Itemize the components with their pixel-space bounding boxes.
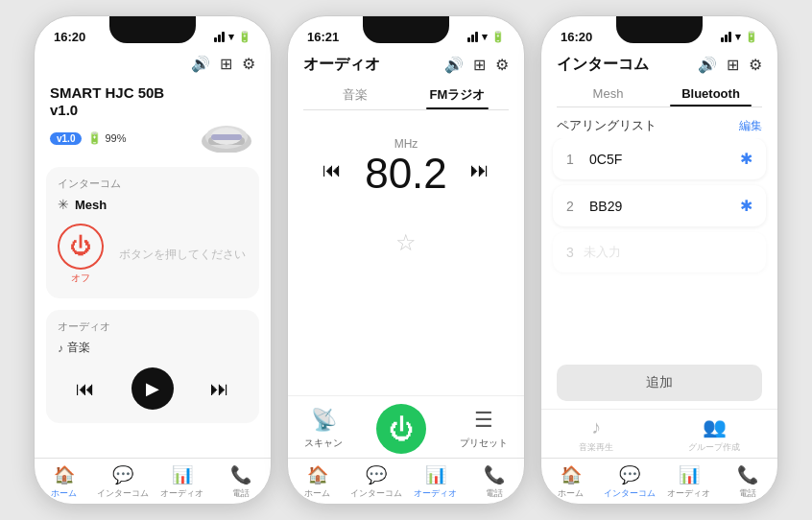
phone-icon-2: 📞 — [484, 464, 505, 485]
power-button[interactable]: ⏻ — [58, 224, 104, 270]
pairing-title: ペアリングリスト — [557, 117, 657, 134]
notch-2 — [363, 16, 449, 43]
volume-icon-3[interactable]: 🔊 — [698, 56, 717, 74]
nav-phone-3[interactable]: 📞 電話 — [719, 464, 778, 500]
preset-icon: ☰ — [474, 408, 493, 433]
tab-music-2[interactable]: 音楽 — [303, 79, 406, 109]
bottom-nav-2: 🏠 ホーム 💬 インターコム 📊 オーディオ 📞 電話 — [288, 458, 524, 504]
pairing-num-1: 1 — [566, 152, 584, 167]
nav-phone-1[interactable]: 📞 電話 — [212, 464, 272, 500]
next-button[interactable]: ⏭ — [210, 378, 229, 400]
settings-icon-1[interactable]: ⚙ — [242, 55, 255, 73]
fm-power-button[interactable]: ⏻ — [376, 404, 426, 454]
helmet-svg — [199, 124, 254, 153]
mesh-row: ✳ Mesh — [58, 197, 248, 212]
nav-intercom-1[interactable]: 💬 インターコム — [94, 464, 154, 500]
fm-next-button[interactable]: ⏭ — [470, 159, 490, 181]
fm-controls: ⏮ MHz 80.2 ⏭ — [322, 137, 490, 202]
p3-tabs: Mesh Bluetooth — [557, 79, 762, 107]
nav-home-label-3: ホーム — [558, 487, 584, 500]
group-create-action[interactable]: 👥 グループ作成 — [688, 415, 740, 454]
volume-icon-2[interactable]: 🔊 — [444, 56, 464, 74]
music-play-icon: ♪ — [591, 416, 601, 438]
battery-icon-2: 🔋 — [491, 31, 505, 43]
volume-icon-1[interactable]: 🔊 — [191, 55, 210, 73]
scan-icon: 📡 — [311, 408, 337, 433]
nav-intercom-2[interactable]: 💬 インターコム — [347, 464, 407, 500]
intercom-section: インターコム ✳ Mesh ⏻ オフ ボタンを押してください — [46, 167, 259, 298]
audio-icon-3: 📊 — [679, 464, 700, 485]
expand-icon-3[interactable]: ⊞ — [727, 56, 739, 74]
status-icons-3: ▾ 🔋 — [721, 31, 758, 43]
battery-icon-1: 🔋 — [238, 31, 251, 43]
bluetooth-icon-2: ✱ — [740, 197, 752, 215]
notch-3 — [616, 16, 703, 43]
battery-badge: 🔋 99% — [87, 131, 126, 145]
phone-icon-1: 📞 — [230, 464, 251, 485]
home-icon-2: 🏠 — [307, 464, 328, 485]
fm-favorite-button[interactable]: ☆ — [395, 229, 417, 256]
tab-mesh-3[interactable]: Mesh — [557, 79, 659, 106]
phone-2: 16:21 ▾ 🔋 オーディオ 🔊 ⊞ ⚙ 音楽 FMラジオ ⏮ MHz — [287, 15, 525, 505]
nav-audio-2[interactable]: 📊 オーディオ — [406, 464, 466, 500]
preset-label: プリセット — [460, 437, 508, 450]
settings-icon-3[interactable]: ⚙ — [749, 56, 762, 74]
settings-icon-2[interactable]: ⚙ — [495, 56, 509, 74]
music-play-action[interactable]: ♪ 音楽再生 — [579, 416, 613, 454]
nav-intercom-label-1: インターコム — [97, 487, 149, 500]
power-button-wrapper: ⏻ オフ — [58, 224, 104, 285]
status-icons-1: ▾ 🔋 — [214, 31, 251, 43]
fm-frequency: 80.2 — [365, 153, 447, 195]
add-button[interactable]: 追加 — [557, 365, 762, 401]
device-badges: v1.0 🔋 99% — [50, 131, 127, 145]
p3-bottom-bar: ♪ 音楽再生 👥 グループ作成 — [541, 409, 777, 458]
fm-preset-action[interactable]: ☰ プリセット — [460, 408, 508, 450]
expand-icon-1[interactable]: ⊞ — [220, 55, 232, 73]
expand-icon-2[interactable]: ⊞ — [473, 56, 486, 74]
pairing-num-3: 3 — [566, 245, 584, 260]
press-hint: ボタンを押してください — [119, 247, 246, 263]
audio-controls: ⏮ ▶ ⏭ — [58, 364, 248, 414]
music-play-label: 音楽再生 — [579, 441, 613, 454]
signal-icon-2 — [467, 32, 478, 42]
nav-phone-2[interactable]: 📞 電話 — [466, 464, 525, 500]
tab-bluetooth-3[interactable]: Bluetooth — [659, 79, 762, 106]
device-image — [198, 123, 255, 154]
top-bar-2: オーディオ 🔊 ⊞ ⚙ — [288, 51, 524, 79]
music-text: 音楽 — [67, 340, 90, 356]
nav-audio-3[interactable]: 📊 オーディオ — [659, 464, 719, 500]
prev-button[interactable]: ⏮ — [76, 378, 95, 400]
battery-pct: 99% — [105, 132, 126, 144]
nav-audio-1[interactable]: 📊 オーディオ — [153, 464, 212, 500]
edit-button[interactable]: 編集 — [739, 118, 762, 134]
nav-phone-label-3: 電話 — [739, 487, 756, 500]
nav-intercom-3[interactable]: 💬 インターコム — [601, 464, 660, 500]
nav-audio-label-2: オーディオ — [414, 487, 457, 500]
signal-icon-3 — [721, 32, 731, 42]
bluetooth-icon-1: ✱ — [740, 150, 752, 168]
bottom-nav-1: 🏠 ホーム 💬 インターコム 📊 オーディオ 📞 電話 — [35, 458, 271, 504]
wifi-icon-2: ▾ — [482, 31, 488, 43]
nav-phone-label-1: 電話 — [232, 487, 250, 500]
nav-home-2[interactable]: 🏠 ホーム — [288, 464, 347, 500]
audio-icon-1: 📊 — [172, 464, 193, 485]
fm-scan-action[interactable]: 📡 スキャン — [304, 408, 343, 450]
pairing-list: 1 0C5F ✱ 2 BB29 ✱ 3 未入力 — [541, 138, 777, 357]
nav-home-3[interactable]: 🏠 ホーム — [541, 464, 601, 500]
nav-audio-label-3: オーディオ — [667, 487, 710, 500]
nav-intercom-label-2: インターコム — [350, 487, 402, 500]
nav-home-1[interactable]: 🏠 ホーム — [35, 464, 94, 500]
page-title-3: インターコム — [557, 55, 688, 75]
phones-container: 16:20 ▾ 🔋 🔊 ⊞ ⚙ SMART HJC 50B v1.0 v1.0 — [14, 0, 798, 520]
intercom-icon-3: 💬 — [619, 464, 640, 485]
mesh-text: Mesh — [75, 198, 107, 212]
fm-bottom-bar: 📡 スキャン ⏻ ☰ プリセット — [288, 395, 524, 458]
fm-prev-button[interactable]: ⏮ — [322, 159, 342, 181]
intercom-icon-1: 💬 — [112, 464, 133, 485]
play-button[interactable]: ▶ — [131, 367, 174, 410]
pairing-empty-3: 未入力 — [584, 244, 621, 261]
tab-fm-2[interactable]: FMラジオ — [406, 79, 509, 109]
nav-home-label-2: ホーム — [304, 487, 330, 500]
phone-1: 16:20 ▾ 🔋 🔊 ⊞ ⚙ SMART HJC 50B v1.0 v1.0 — [34, 15, 272, 505]
battery-icon: 🔋 — [87, 131, 102, 145]
